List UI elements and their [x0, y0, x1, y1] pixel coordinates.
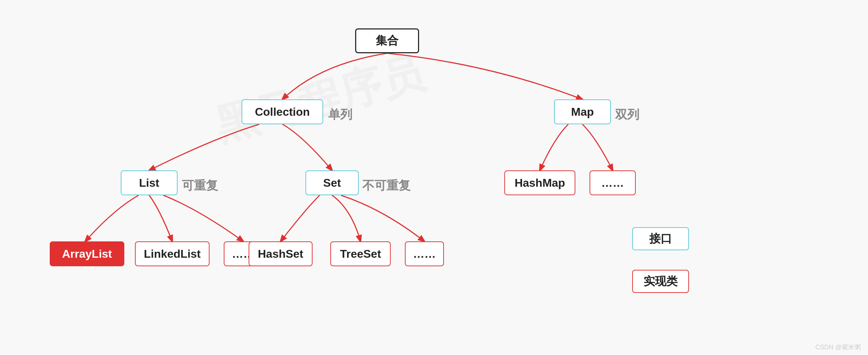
csdn-watermark: CSDN @紫米粥: [815, 343, 861, 351]
node-list: List: [121, 170, 178, 195]
node-collection: Collection: [242, 99, 323, 124]
node-treeset: TreeSet: [330, 241, 391, 266]
node-linkedlist: LinkedList: [135, 241, 210, 266]
label-no-repeat: 不可重复: [362, 178, 411, 194]
node-hashmap: HashMap: [504, 170, 575, 195]
node-root: 集合: [355, 28, 419, 53]
diagram-container: 集合 Collection Map 单列 双列 List 可重复 Set 不可重…: [0, 0, 868, 355]
label-single-col: 单列: [328, 106, 352, 123]
node-dotdot-set: ……: [405, 241, 444, 266]
legend-impl-class: 实现类: [632, 270, 689, 293]
node-hashset: HashSet: [249, 241, 313, 266]
node-map: Map: [554, 99, 611, 124]
node-dotdot-map: ……: [590, 170, 636, 195]
node-set: Set: [305, 170, 359, 195]
label-double-col: 双列: [615, 106, 639, 123]
legend-interface: 接口: [632, 227, 689, 250]
label-repeatable: 可重复: [182, 178, 218, 194]
node-arraylist: ArrayList: [50, 241, 124, 266]
